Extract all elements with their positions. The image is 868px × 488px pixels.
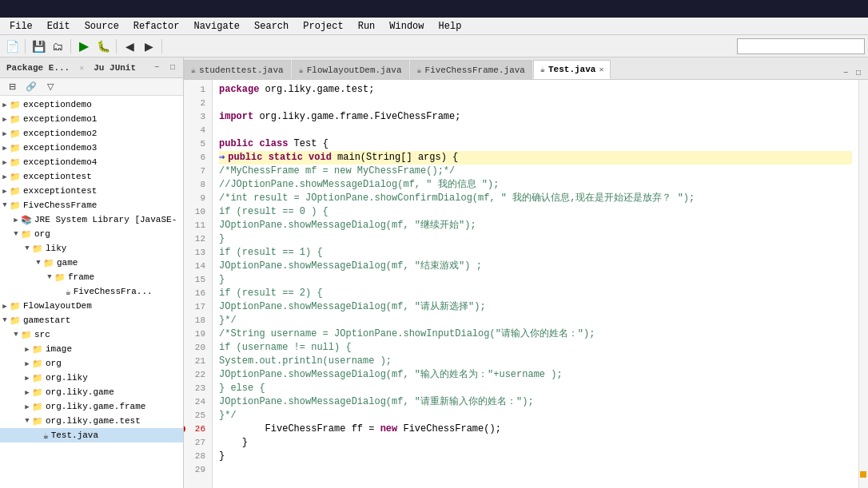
line-number: 16 bbox=[184, 287, 209, 300]
sidebar-minimize-btn[interactable]: − bbox=[149, 61, 164, 75]
quick-access-box[interactable] bbox=[737, 38, 865, 54]
menu-refactor[interactable]: Refactor bbox=[127, 19, 186, 34]
tree-item-label: FlowlayoutDem bbox=[23, 301, 92, 311]
tree-item[interactable]: ▶📁exceptiondemo1 bbox=[0, 112, 183, 126]
tree-file-icon: 📁 bbox=[43, 258, 54, 268]
tree-file-icon: 📁 bbox=[32, 359, 43, 369]
save-btn[interactable]: 💾 bbox=[30, 38, 47, 55]
tree-arrow-icon: ▼ bbox=[11, 331, 21, 339]
tree-item[interactable]: ▼📁gamestart bbox=[0, 313, 183, 327]
tree-item[interactable]: ▶📁exceptiondemo bbox=[0, 97, 183, 112]
tree-item[interactable]: ▶📁exceptiondemo4 bbox=[0, 155, 183, 169]
tree-item[interactable]: ▶📁org.liky.game.frame bbox=[0, 399, 183, 414]
package-explorer: Package E... ✕ Ju JUnit − □ ⊟ 🔗 ▽ ▶📁exce… bbox=[0, 58, 184, 488]
tree-item[interactable]: ▼📁src bbox=[0, 327, 183, 342]
menu-project[interactable]: Project bbox=[297, 19, 349, 34]
tab-bar-controls: − □ bbox=[836, 66, 868, 79]
collapse-all-btn[interactable]: ⊟ bbox=[3, 78, 21, 96]
tab-studenttest[interactable]: ☕ studenttest.java bbox=[184, 60, 291, 79]
menu-run[interactable]: Run bbox=[352, 19, 382, 34]
tree-item-label: exceptiondemo2 bbox=[23, 129, 97, 138]
tree-item-label: exceptiondemo bbox=[23, 100, 92, 109]
tree-item[interactable]: ☕Test.java bbox=[0, 428, 183, 442]
tab-maximize-btn[interactable]: □ bbox=[852, 66, 865, 79]
tree-arrow-icon: ▼ bbox=[34, 259, 43, 267]
tree-item[interactable]: ▶📁exxceptiontest bbox=[0, 184, 183, 198]
menu-edit[interactable]: Edit bbox=[41, 19, 77, 34]
view-menu-btn[interactable]: ▽ bbox=[42, 78, 59, 96]
code-line: /*String username = JOptionPane.showInpu… bbox=[219, 327, 852, 341]
sidebar-tab-package[interactable]: Package E... bbox=[3, 61, 73, 74]
tree-item[interactable]: ▶📁exceptiontest bbox=[0, 169, 183, 184]
code-content[interactable]: package org.liky.game.test;import org.li… bbox=[213, 80, 858, 488]
tree-item-label: exceptiontest bbox=[23, 172, 92, 181]
tree-item[interactable]: ▶📚JRE System Library [JavaSE- bbox=[0, 212, 183, 227]
run-btn[interactable]: ▶ bbox=[75, 38, 93, 55]
tree-arrow-icon: ▶ bbox=[0, 158, 10, 167]
tree-item-label: org.liky bbox=[46, 373, 88, 383]
tree-item[interactable]: ▶📁org.liky bbox=[0, 371, 183, 385]
line-number: 27 bbox=[184, 436, 209, 450]
line-number: 2 bbox=[184, 97, 209, 110]
tab-bar: ☕ studenttest.java ☕ FlowlayoutDem.java … bbox=[184, 58, 868, 80]
tree-item[interactable]: ▶📁org.liky.game bbox=[0, 385, 183, 399]
tab-test[interactable]: ☕ Test.java ✕ bbox=[533, 60, 611, 79]
sidebar-toolbar: ⊟ 🔗 ▽ bbox=[0, 78, 183, 96]
code-line: if (result == 2) { bbox=[219, 287, 852, 300]
menu-source[interactable]: Source bbox=[78, 19, 125, 34]
line-number: 28 bbox=[184, 450, 209, 463]
menu-window[interactable]: Window bbox=[383, 19, 430, 34]
tree-item[interactable]: ☕FiveChessFra... bbox=[0, 284, 183, 299]
tree-item-label: exceptiondemo1 bbox=[23, 114, 97, 124]
tree-item[interactable]: ▼📁FiveChessFrame bbox=[0, 198, 183, 212]
tree-item[interactable]: ▶📁image bbox=[0, 342, 183, 356]
tree-arrow-icon: ▶ bbox=[0, 173, 10, 181]
new-btn[interactable]: 📄 bbox=[3, 38, 21, 55]
tree-item[interactable]: ▼📁org.liky.game.test bbox=[0, 414, 183, 428]
tab-fivechess[interactable]: ☕ FiveChessFrame.java bbox=[410, 60, 532, 79]
tree-item[interactable]: ▼📁liky bbox=[0, 241, 183, 256]
menu-file[interactable]: File bbox=[3, 19, 39, 34]
code-line: FiveChessFrame ff = new FiveChessFrame()… bbox=[219, 423, 852, 436]
tree-arrow-icon: ▶ bbox=[0, 187, 10, 196]
line-numbers: 1234567891011121314151617181920212223242… bbox=[184, 80, 213, 488]
toolbar-sep-3 bbox=[116, 39, 117, 54]
tab-flowlayout[interactable]: ☕ FlowlayoutDem.java bbox=[292, 60, 409, 79]
tree-file-icon: ☕ bbox=[43, 430, 49, 441]
tree-item[interactable]: ▼📁frame bbox=[0, 270, 183, 284]
code-line: public class Test { bbox=[219, 137, 852, 151]
tree-file-icon: 📁 bbox=[32, 373, 43, 383]
tree-item-label: FiveChessFra... bbox=[74, 287, 153, 296]
tree-arrow-icon: ▶ bbox=[22, 359, 32, 368]
tree-item-label: org bbox=[46, 359, 62, 368]
margin-indicator[interactable] bbox=[860, 471, 866, 478]
sidebar-maximize-btn[interactable]: □ bbox=[165, 61, 180, 75]
tree-file-icon: 📁 bbox=[32, 244, 43, 254]
forward-btn[interactable]: ▶ bbox=[140, 38, 157, 55]
back-btn[interactable]: ◀ bbox=[121, 38, 138, 55]
tab-close-test[interactable]: ✕ bbox=[599, 65, 603, 74]
line-number: 11 bbox=[184, 219, 209, 232]
line-number: 21 bbox=[184, 355, 209, 368]
tree-item[interactable]: ▼📁game bbox=[0, 256, 183, 270]
menu-navigate[interactable]: Navigate bbox=[187, 19, 246, 34]
menu-search[interactable]: Search bbox=[248, 19, 295, 34]
debug-btn[interactable]: 🐛 bbox=[94, 38, 112, 55]
tab-minimize-btn[interactable]: − bbox=[839, 66, 852, 79]
tree-item[interactable]: ▶📁org bbox=[0, 356, 183, 371]
tree-item[interactable]: ▼📁org bbox=[0, 227, 183, 241]
tree-arrow-icon: ▶ bbox=[22, 388, 32, 397]
tree-item[interactable]: ▶📁exceptiondemo2 bbox=[0, 126, 183, 141]
save-all-btn[interactable]: 🗂 bbox=[49, 38, 66, 55]
sidebar-tab-junit[interactable]: Ju JUnit bbox=[90, 61, 139, 74]
tree-item[interactable]: ▶📁FlowlayoutDem bbox=[0, 299, 183, 313]
tree-arrow-icon: ▶ bbox=[0, 144, 10, 153]
tab-icon-studenttest: ☕ bbox=[191, 65, 196, 75]
tree-file-icon: 📁 bbox=[10, 129, 21, 139]
tab-label-fivechess: FiveChessFrame.java bbox=[425, 65, 525, 75]
tree-file-icon: 📁 bbox=[10, 200, 21, 211]
tab-icon-fivechess: ☕ bbox=[417, 65, 422, 75]
tree-item[interactable]: ▶📁exceptiondemo3 bbox=[0, 141, 183, 155]
link-editor-btn[interactable]: 🔗 bbox=[22, 78, 40, 96]
menu-help[interactable]: Help bbox=[432, 19, 468, 34]
